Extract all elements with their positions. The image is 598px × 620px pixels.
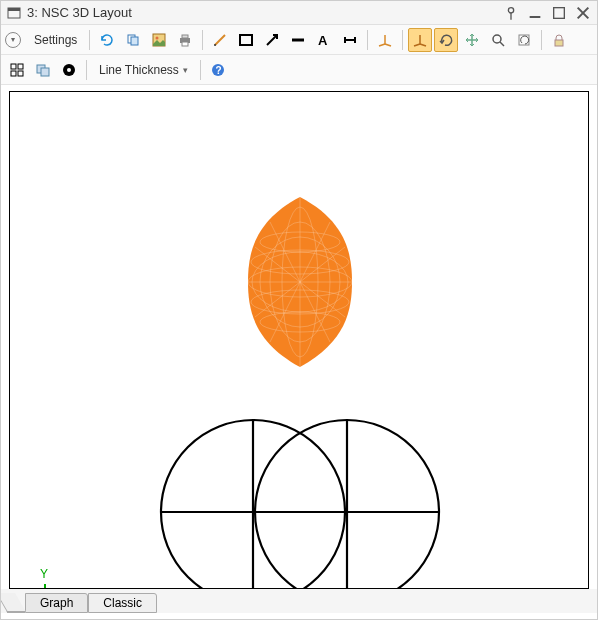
settings-label: Settings — [34, 33, 77, 47]
settings-dropdown[interactable]: Settings — [27, 28, 84, 52]
axis-tripod-button[interactable] — [373, 28, 397, 52]
expand-toggle[interactable]: ▾ — [5, 32, 21, 48]
svg-text:A: A — [318, 33, 328, 48]
svg-point-2 — [508, 7, 513, 12]
separator — [200, 60, 201, 80]
dimension-tool-button[interactable] — [338, 28, 362, 52]
svg-line-15 — [215, 35, 225, 45]
app-icon — [7, 6, 21, 20]
pin-button[interactable] — [503, 5, 519, 21]
minimize-button[interactable] — [527, 5, 543, 21]
viewport-3d[interactable]: 2 mm Y Z — [9, 91, 589, 589]
svg-point-41 — [67, 68, 71, 72]
copy-button[interactable] — [121, 28, 145, 52]
window-title: 3: NSC 3D Layout — [27, 5, 503, 20]
svg-rect-5 — [554, 7, 565, 18]
window-list-button[interactable] — [31, 58, 55, 82]
svg-rect-37 — [18, 71, 23, 76]
svg-line-28 — [414, 44, 420, 46]
rectangle-tool-button[interactable] — [234, 28, 258, 52]
print-button[interactable] — [173, 28, 197, 52]
maximize-button[interactable] — [551, 5, 567, 21]
svg-line-29 — [420, 44, 426, 46]
separator — [541, 30, 542, 50]
rotate-button[interactable] — [434, 28, 458, 52]
separator — [402, 30, 403, 50]
svg-rect-36 — [11, 71, 16, 76]
svg-rect-17 — [240, 35, 252, 45]
target-button[interactable] — [57, 58, 81, 82]
separator — [367, 30, 368, 50]
refresh-button[interactable] — [95, 28, 119, 52]
svg-rect-39 — [41, 68, 49, 76]
reset-view-button[interactable] — [512, 28, 536, 52]
pen-tool-button[interactable] — [208, 28, 232, 52]
line-tool-button[interactable] — [286, 28, 310, 52]
separator — [202, 30, 203, 50]
svg-point-16 — [214, 44, 216, 46]
text-tool-button[interactable]: A — [312, 28, 336, 52]
tab-label: Classic — [103, 596, 142, 610]
svg-text:?: ? — [215, 65, 221, 76]
axis-y-label: Y — [40, 567, 48, 581]
toolbar-primary: ▾ Settings A — [1, 25, 597, 55]
pan-button[interactable] — [460, 28, 484, 52]
separator — [89, 30, 90, 50]
svg-rect-9 — [131, 37, 138, 45]
svg-rect-13 — [182, 35, 188, 38]
grid-button[interactable] — [5, 58, 29, 82]
svg-rect-35 — [18, 64, 23, 69]
title-bar: 3: NSC 3D Layout — [1, 1, 597, 25]
orbit-button[interactable] — [408, 28, 432, 52]
tab-decoration — [7, 593, 25, 613]
tab-strip: Graph Classic — [1, 589, 597, 613]
help-button[interactable]: ? — [206, 58, 230, 82]
svg-line-26 — [385, 44, 391, 46]
zoom-button[interactable] — [486, 28, 510, 52]
svg-rect-34 — [11, 64, 16, 69]
arrow-tool-button[interactable] — [260, 28, 284, 52]
svg-point-30 — [493, 35, 501, 43]
svg-point-11 — [156, 36, 159, 39]
svg-rect-1 — [8, 8, 20, 11]
separator — [86, 60, 87, 80]
svg-rect-33 — [555, 40, 563, 46]
lock-button[interactable] — [547, 28, 571, 52]
svg-rect-14 — [182, 42, 188, 46]
svg-line-25 — [379, 44, 385, 46]
line-thickness-label: Line Thickness — [99, 63, 179, 77]
line-thickness-dropdown[interactable]: Line Thickness ▾ — [92, 58, 195, 82]
toolbar-secondary: Line Thickness ▾ ? — [1, 55, 597, 85]
tab-label: Graph — [40, 596, 73, 610]
svg-line-18 — [267, 36, 276, 45]
save-image-button[interactable] — [147, 28, 171, 52]
tab-graph[interactable]: Graph — [25, 593, 88, 613]
close-button[interactable] — [575, 5, 591, 21]
svg-line-31 — [500, 42, 504, 46]
tab-classic[interactable]: Classic — [88, 593, 157, 613]
chevron-down-icon: ▾ — [183, 65, 188, 75]
